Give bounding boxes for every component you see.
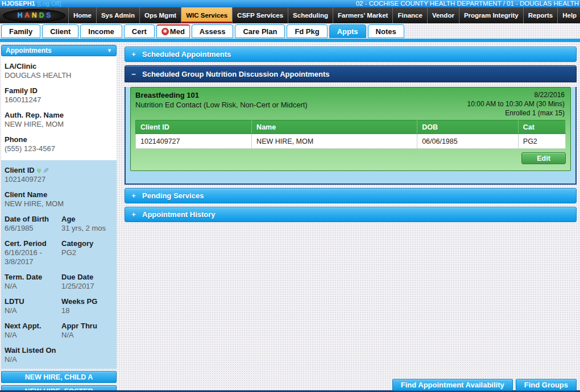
field-label: LDTU — [5, 297, 59, 306]
section-group-nutrition-appointments[interactable]: − Scheduled Group Nutrition Discussion A… — [125, 65, 577, 82]
family-info-panel: LA/Clinic DOUGLAS HEALTH Family ID 16001… — [1, 56, 117, 160]
family-id-field: Family ID 160011247 — [5, 86, 113, 105]
group-schedule-block: 8/22/2016 10:00 AM to 10:30 AM (30 Mins)… — [467, 90, 565, 118]
tab-family[interactable]: Family — [1, 24, 40, 38]
nav-item-reports[interactable]: Reports — [523, 7, 557, 23]
field-label: Auth. Rep. Name — [5, 111, 113, 120]
find-appointment-availability-button[interactable]: Find Appointment Availability — [392, 379, 513, 391]
pencil-edit-icon[interactable]: ✎ — [42, 168, 51, 174]
nav-item-wic-services[interactable]: WIC Services — [181, 7, 232, 23]
tab-bar-underline — [0, 39, 580, 42]
appointments-dropdown[interactable]: Appointments ▼ — [1, 45, 117, 56]
nav-item-csfp-services[interactable]: CSFP Services — [232, 7, 288, 23]
log-off-link[interactable]: [Log Off] — [38, 0, 61, 7]
table-row[interactable]: 1021409727 NEW HIRE, MOM 06/06/1985 PG2 — [136, 134, 566, 149]
section-label: Scheduled Appointments — [142, 50, 231, 59]
nav-item-help[interactable]: Help — [557, 7, 580, 23]
group-nutrition-section-body: Breastfeeding 101 Nutrition Ed Contact (… — [125, 87, 577, 185]
section-label: Appointment History — [142, 210, 216, 219]
cert-category-row: Cert. Period6/16/2016 - 3/8/2017 Categor… — [5, 239, 113, 266]
field-label: Next Appt. — [5, 322, 59, 331]
tab-notes[interactable]: Notes — [368, 24, 404, 38]
field-label: Due Date — [61, 273, 113, 282]
col-header-cat: Cat — [518, 120, 565, 134]
field-value: N/A — [5, 355, 113, 364]
top-status-bar: HJOSEPH1[Log Off] 02 - COCHISE COUNTY HE… — [0, 0, 580, 7]
appointments-main-panel: + Scheduled Appointments − Scheduled Gro… — [125, 47, 577, 226]
logged-in-user: HJOSEPH1[Log Off] — [2, 0, 61, 7]
nav-item-program-integrity[interactable]: Program Integrity — [459, 7, 523, 23]
field-value: (555) 123-4567 — [5, 144, 113, 153]
client-tab-bar: Family Client Income Cert ✳Med Assess Ca… — [1, 24, 404, 38]
tab-med[interactable]: ✳Med — [156, 24, 190, 38]
field-label: LA/Clinic — [5, 62, 113, 71]
tab-appts[interactable]: Appts — [329, 24, 366, 38]
field-label: Phone — [5, 135, 113, 144]
family-member-button-child-a[interactable]: NEW HIRE, CHILD A — [1, 371, 117, 383]
tab-assess[interactable]: Assess — [192, 24, 234, 38]
auth-rep-name-field: Auth. Rep. Name NEW HIRE, MOM — [5, 111, 113, 129]
nav-item-ops-mgmt[interactable]: Ops Mgmt — [139, 7, 181, 23]
field-label: Category — [61, 239, 113, 248]
hands-logo-oval: H A N D S — [3, 9, 65, 22]
field-value: N/A — [5, 331, 59, 340]
tab-client[interactable]: Client — [42, 24, 78, 38]
expand-icon: + — [131, 50, 136, 59]
field-value: NEW HIRE, MOM — [5, 199, 113, 208]
field-value: 18 — [61, 306, 113, 315]
nav-item-sys-admin[interactable]: Sys Admin — [96, 7, 139, 23]
edit-button-row: Edit — [131, 149, 570, 164]
group-date: 8/22/2016 — [467, 90, 565, 99]
find-groups-button[interactable]: Find Groups — [516, 379, 577, 391]
tab-care-plan[interactable]: Care Plan — [235, 24, 285, 38]
field-label: Client ID — [5, 166, 35, 174]
field-label: Date of Birth — [5, 215, 59, 224]
nav-item-farmers-market[interactable]: Farmers' Market — [333, 7, 392, 23]
phone-field: Phone (555) 123-4567 — [5, 135, 113, 153]
nav-item-vendor[interactable]: Vendor — [427, 7, 459, 23]
field-label: Client Name — [5, 190, 113, 199]
field-value: NEW HIRE, MOM — [5, 120, 113, 129]
field-label: Age — [61, 215, 113, 224]
col-header-dob: DOB — [417, 120, 519, 134]
field-value: 31 yrs, 2 mos — [61, 224, 113, 233]
field-label: Cert. Period — [5, 239, 59, 248]
footer-action-buttons: Find Appointment Availability Find Group… — [392, 379, 577, 391]
field-value: 160011247 — [5, 95, 113, 105]
field-value: 1/25/2017 — [61, 282, 113, 291]
field-value: N/A — [5, 282, 59, 291]
ldtu-weeks-row: LDTUN/A Weeks PG18 — [5, 297, 113, 315]
heart-status-icon: ♥ — [37, 166, 42, 174]
section-appointment-history[interactable]: + Appointment History — [125, 207, 577, 222]
nav-item-finance[interactable]: Finance — [392, 7, 426, 23]
field-label: Family ID — [5, 86, 113, 95]
col-header-name: Name — [252, 120, 417, 134]
cell-client-id: 1021409727 — [136, 134, 252, 149]
section-scheduled-appointments[interactable]: + Scheduled Appointments — [125, 47, 577, 62]
client-info-sidebar: Appointments ▼ LA/Clinic DOUGLAS HEALTH … — [1, 45, 117, 392]
la-clinic-field: LA/Clinic DOUGLAS HEALTH — [5, 62, 113, 80]
tab-fd-pkg[interactable]: Fd Pkg — [287, 24, 327, 38]
expand-icon: + — [131, 210, 136, 219]
collapse-icon: − — [131, 70, 136, 78]
client-name-field: Client Name NEW HIRE, MOM — [5, 190, 113, 208]
client-detail-panel: Client ID♥✎ 1021409727 Client Name NEW H… — [1, 160, 117, 369]
edit-button[interactable]: Edit — [521, 152, 566, 164]
field-value: N/A — [5, 306, 59, 315]
tab-income[interactable]: Income — [80, 24, 122, 38]
next-appt-appr-row: Next Appt.N/A Appr ThruN/A — [5, 322, 113, 340]
expand-icon: + — [131, 191, 136, 200]
field-value: 6/6/1985 — [5, 224, 59, 233]
username: HJOSEPH1 — [2, 0, 35, 7]
nav-item-scheduling[interactable]: Scheduling — [288, 7, 333, 23]
nav-item-home[interactable]: Home — [68, 7, 96, 23]
cell-cat: PG2 — [518, 134, 565, 149]
cell-name: NEW HIRE, MOM — [252, 134, 417, 149]
chevron-down-icon: ▼ — [107, 48, 112, 53]
client-id-value: 1021409727 — [5, 175, 113, 184]
tab-cert[interactable]: Cert — [124, 24, 155, 38]
field-value: DOUGLAS HEALTH — [5, 71, 113, 80]
section-label: Scheduled Group Nutrition Discussion App… — [142, 70, 330, 78]
group-title: Breastfeeding 101 — [135, 90, 308, 100]
section-pending-services[interactable]: + Pending Services — [125, 188, 577, 203]
